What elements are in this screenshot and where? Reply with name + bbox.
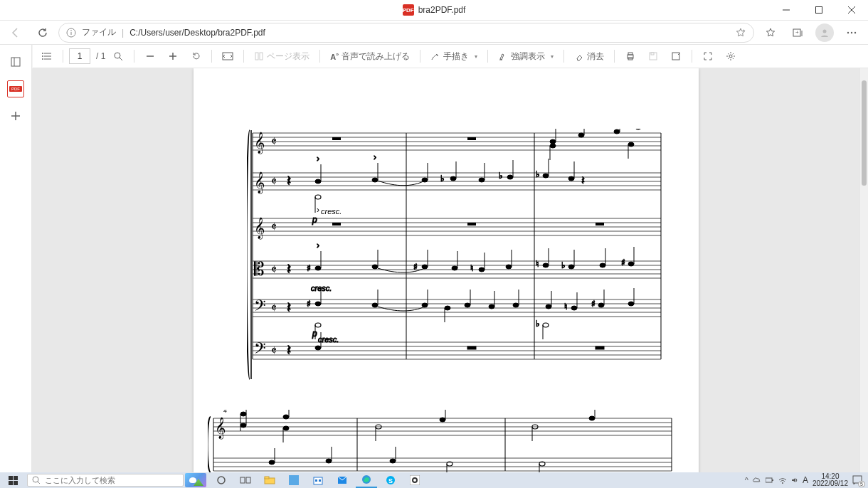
taskbar-edge[interactable]: [356, 472, 377, 488]
zoom-out-button[interactable]: [140, 46, 160, 66]
svg-text:𝄵: 𝄵: [271, 134, 277, 149]
svg-point-12: [847, 31, 849, 33]
taskbar-skype[interactable]: S: [380, 472, 401, 488]
vertical-scrollbar[interactable]: [859, 68, 868, 472]
window-minimize-button[interactable]: [770, 0, 803, 20]
pdf-toolbar: / 1 ページ表示 A» 音声で読み上げる 手描き ▾ 強調表示 ▾ 消去: [33, 45, 868, 68]
draw-label: 手描き: [443, 51, 469, 63]
svg-text:♯: ♯: [307, 263, 311, 273]
svg-point-186: [628, 302, 634, 306]
svg-text:cresc.: cresc.: [321, 207, 342, 216]
notifications-button[interactable]: 5: [852, 475, 862, 485]
pdf-settings-button[interactable]: [721, 46, 741, 66]
fit-page-button[interactable]: [218, 46, 238, 66]
volume-icon[interactable]: [791, 477, 798, 484]
svg-text:›: ›: [317, 205, 319, 215]
svg-point-231: [269, 460, 275, 465]
settings-more-button[interactable]: [840, 21, 864, 45]
page-number-input[interactable]: [69, 48, 90, 64]
read-aloud-button[interactable]: A» 音声で読み上げる: [326, 46, 414, 66]
pdf-file-icon: PDF: [403, 4, 414, 16]
nav-back-button[interactable]: [4, 21, 27, 44]
search-button[interactable]: [108, 46, 128, 66]
svg-text:𝄵: 𝄵: [271, 262, 277, 277]
svg-point-233: [326, 459, 332, 463]
pdf-tab-icon: PDF: [9, 86, 22, 92]
favorites-star-icon[interactable]: +: [735, 27, 746, 38]
nav-refresh-button[interactable]: [31, 21, 54, 44]
svg-point-195: [315, 346, 321, 350]
svg-line-242: [38, 482, 40, 484]
taskbar-app-generic[interactable]: [404, 472, 425, 488]
battery-icon[interactable]: [766, 477, 774, 484]
svg-point-235: [390, 459, 396, 463]
weather-icon: [185, 473, 206, 487]
taskbar-cortana[interactable]: [211, 472, 232, 488]
svg-text:♯: ♯: [621, 258, 625, 267]
svg-point-243: [218, 477, 225, 484]
system-tray[interactable]: ^: [745, 476, 798, 484]
save-button[interactable]: [643, 46, 663, 66]
taskbar-explorer[interactable]: [259, 472, 280, 488]
zoom-in-button[interactable]: [163, 46, 183, 66]
clock-date: 2022/09/12: [813, 480, 848, 487]
taskbar-app-blue[interactable]: [283, 472, 305, 488]
svg-point-225: [440, 418, 445, 422]
page-view-button[interactable]: ページ表示: [250, 46, 314, 66]
tab-item[interactable]: PDF: [7, 80, 24, 97]
svg-text:›: ›: [317, 154, 319, 164]
start-button[interactable]: [0, 472, 26, 488]
svg-rect-259: [772, 479, 773, 481]
favorites-button[interactable]: [758, 21, 783, 45]
profile-button[interactable]: [813, 21, 837, 45]
save-as-button[interactable]: [666, 46, 686, 66]
erase-button[interactable]: 消去: [570, 46, 608, 66]
scroll-thumb[interactable]: [862, 80, 867, 186]
taskbar-taskview[interactable]: [235, 472, 256, 488]
toolbar-separator: [420, 50, 420, 63]
svg-text:♭: ♭: [561, 260, 566, 270]
svg-point-180: [571, 306, 577, 310]
svg-text:p: p: [312, 215, 317, 225]
svg-point-109: [422, 178, 428, 182]
toolbar-separator: [211, 50, 212, 63]
wifi-icon[interactable]: [778, 477, 787, 484]
svg-rect-39: [672, 53, 679, 60]
taskbar-weather[interactable]: [185, 472, 206, 488]
tray-chevron-icon[interactable]: ^: [745, 476, 748, 484]
fullscreen-button[interactable]: [698, 46, 718, 66]
taskbar-search[interactable]: ここに入力して検索: [27, 474, 184, 487]
address-bar[interactable]: ファイル | C:/Users/user/Desktop/bra2PDF.pdf…: [58, 23, 754, 43]
svg-point-170: [445, 306, 450, 310]
toolbar-separator: [614, 50, 615, 63]
svg-text:𝄵: 𝄵: [271, 220, 277, 234]
window-titlebar: PDF bra2PDF.pdf: [0, 0, 868, 21]
svg-text:𝄡: 𝄡: [254, 258, 265, 280]
window-maximize-button[interactable]: [803, 0, 835, 20]
svg-rect-15: [11, 58, 20, 66]
rail-collapse-button[interactable]: [4, 51, 27, 73]
onedrive-icon[interactable]: [753, 477, 761, 484]
collections-button[interactable]: +: [785, 21, 810, 45]
svg-rect-89: [467, 137, 476, 140]
taskbar-store[interactable]: [307, 472, 329, 488]
svg-text:♭: ♭: [440, 174, 445, 184]
contents-button[interactable]: [37, 46, 57, 66]
window-close-button[interactable]: [835, 0, 868, 20]
pdf-page: 𝄞 𝄞 𝄞 𝄡 𝄢 𝄢 𝄵𝄵𝄵𝄵𝄵𝄵: [194, 68, 699, 472]
taskbar-mail[interactable]: [332, 472, 353, 488]
highlight-button[interactable]: 強調表示 ▾: [494, 46, 558, 66]
svg-point-25: [115, 53, 120, 58]
print-button[interactable]: [620, 46, 640, 66]
ime-indicator[interactable]: A: [803, 475, 808, 485]
page-view-label: ページ表示: [267, 51, 309, 63]
svg-point-241: [33, 477, 38, 482]
rotate-button[interactable]: [186, 46, 206, 66]
svg-rect-199: [596, 346, 604, 349]
svg-point-156: [600, 263, 605, 267]
pdf-viewport[interactable]: 𝄞 𝄞 𝄞 𝄡 𝄢 𝄢 𝄵𝄵𝄵𝄵𝄵𝄵: [32, 68, 859, 472]
draw-button[interactable]: 手描き ▾: [426, 46, 482, 66]
taskbar-clock[interactable]: 14:20 2022/09/12: [813, 473, 848, 487]
svg-text:𝄞: 𝄞: [254, 171, 265, 194]
new-tab-button[interactable]: [4, 105, 27, 127]
